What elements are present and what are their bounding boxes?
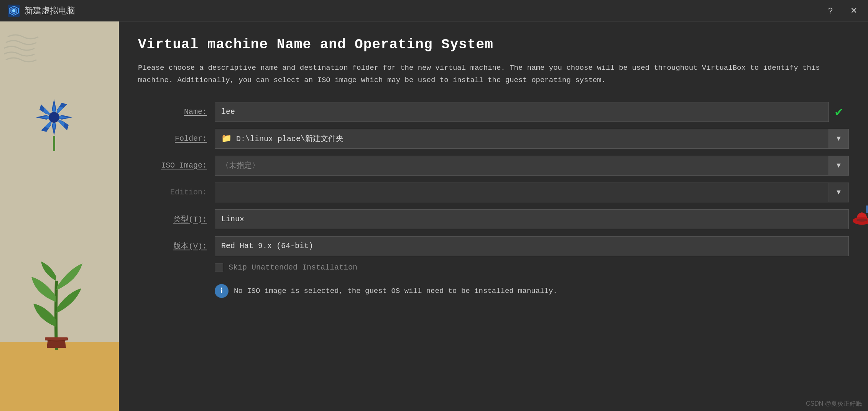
type-row: 类型(T): Linux 64: [138, 209, 849, 229]
info-message: i No ISO image is selected, the guest OS…: [215, 284, 849, 298]
right-panel: Virtual machine Name and Operating Syste…: [119, 21, 868, 411]
type-input-wrapper: Linux 64: [215, 209, 849, 229]
iso-input-wrapper: 〈未指定〉 ▼: [215, 156, 849, 176]
folder-display[interactable]: 📁 D:\linux place\新建文件夹: [215, 129, 829, 149]
iso-row: ISO Image: 〈未指定〉 ▼: [138, 156, 849, 176]
edition-input-wrapper: ▼: [215, 182, 849, 202]
version-input-wrapper: Red Hat 9.x (64-bit): [215, 236, 849, 256]
edition-display: [215, 182, 829, 202]
app-icon: [8, 5, 20, 17]
main-content: Virtual machine Name and Operating Syste…: [0, 21, 868, 411]
name-row: Name: ✔: [138, 102, 849, 122]
folder-input-wrapper: 📁 D:\linux place\新建文件夹 ▼: [215, 129, 849, 149]
edition-row: Edition: ▼: [138, 182, 849, 202]
form-section: Name: ✔ Folder: 📁 D:\linux place\新建文件夹 ▼: [138, 102, 849, 263]
svg-point-3: [12, 9, 15, 12]
close-button[interactable]: ✕: [847, 4, 860, 17]
redhat-logo: [851, 209, 868, 231]
name-label: Name:: [138, 107, 215, 116]
type-select[interactable]: Linux: [215, 209, 849, 229]
wave-decoration: [4, 29, 50, 75]
svg-point-20: [49, 112, 59, 123]
attribution: CSDN @夏炎正好眠: [806, 400, 862, 408]
svg-marker-15: [58, 120, 65, 127]
window-title: 新建虚拟电脑: [25, 5, 825, 16]
help-button[interactable]: ?: [825, 4, 836, 17]
svg-marker-17: [44, 121, 52, 128]
iso-label: ISO Image:: [138, 161, 215, 170]
edition-label: Edition:: [138, 188, 215, 197]
page-title: Virtual machine Name and Operating Syste…: [138, 37, 849, 53]
flower: [27, 90, 81, 152]
iso-value: 〈未指定〉: [221, 160, 260, 171]
skip-unattended-row: Skip Unattended Installation: [215, 263, 849, 272]
folder-value: D:\linux place\新建文件夹: [236, 133, 344, 144]
svg-marker-19: [43, 108, 50, 115]
version-row: 版本(V): Red Hat 9.x (64-bit): [138, 236, 849, 256]
svg-marker-13: [56, 107, 64, 113]
os-icon-container: 64: [851, 206, 868, 230]
window-controls: ? ✕: [825, 4, 860, 17]
edition-dropdown-btn[interactable]: ▼: [829, 182, 849, 202]
type-label: 类型(T):: [138, 214, 215, 224]
plant: [26, 242, 87, 350]
folder-label: Folder:: [138, 134, 215, 143]
os-bit-badge: 64: [866, 206, 868, 213]
illustration: [0, 21, 119, 411]
version-select[interactable]: Red Hat 9.x (64-bit): [215, 236, 849, 256]
iso-dropdown-btn[interactable]: ▼: [829, 156, 849, 176]
folder-icon: 📁: [221, 133, 232, 144]
os-badge: 64: [851, 206, 868, 230]
version-label: 版本(V):: [138, 241, 215, 251]
iso-display[interactable]: 〈未指定〉: [215, 156, 829, 176]
info-text: No ISO image is selected, the guest OS w…: [234, 287, 557, 295]
name-input[interactable]: [215, 102, 829, 122]
titlebar: 新建虚拟电脑 ? ✕: [0, 0, 868, 21]
name-valid-icon: ✔: [829, 102, 849, 122]
folder-dropdown-btn[interactable]: ▼: [829, 129, 849, 149]
skip-unattended-label: Skip Unattended Installation: [229, 263, 357, 272]
svg-point-26: [856, 219, 867, 222]
left-panel: [0, 21, 119, 411]
page-description: Please choose a descriptive name and des…: [138, 62, 828, 87]
skip-unattended-checkbox[interactable]: [215, 263, 223, 271]
name-input-wrapper: ✔: [215, 102, 849, 122]
folder-row: Folder: 📁 D:\linux place\新建文件夹 ▼: [138, 129, 849, 149]
ground: [0, 342, 119, 411]
info-icon: i: [215, 284, 229, 298]
